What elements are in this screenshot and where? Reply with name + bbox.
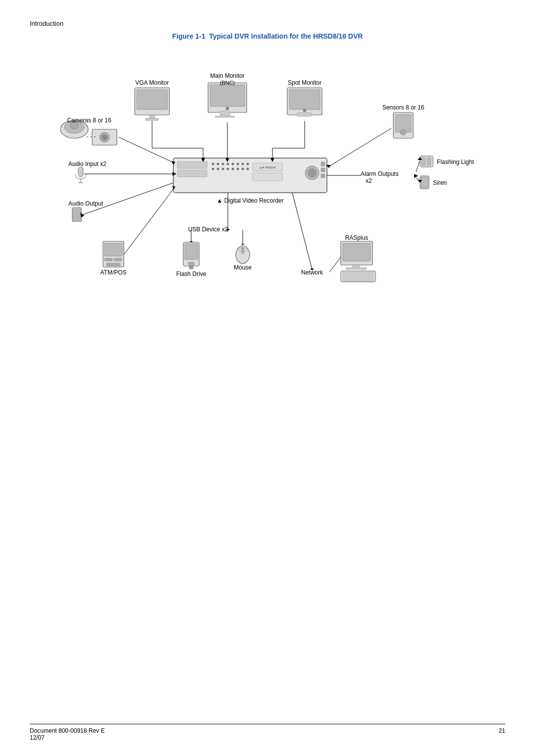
svg-text:Alarm Outputs: Alarm Outputs: [361, 170, 399, 177]
svg-point-7: [232, 163, 234, 165]
svg-point-4: [217, 163, 219, 165]
svg-rect-26: [321, 174, 325, 178]
svg-point-3: [212, 163, 214, 165]
svg-line-115: [119, 137, 174, 163]
footer-page-number: 21: [499, 727, 505, 741]
svg-line-135: [292, 193, 312, 270]
figure-title: Figure 1-1 Typical DVR Installation for …: [45, 32, 490, 40]
svg-rect-34: [210, 85, 245, 107]
svg-text:▲ Digital Video Recorder: ▲ Digital Video Recorder: [216, 197, 283, 204]
svg-rect-72: [427, 158, 431, 165]
svg-point-5: [222, 163, 224, 165]
page: Introduction Figure 1-1 Typical DVR Inst…: [0, 0, 535, 756]
svg-text:Audio Input x2: Audio Input x2: [68, 161, 107, 167]
svg-text:Main Monitor: Main Monitor: [210, 72, 244, 79]
svg-rect-37: [215, 116, 235, 117]
svg-point-6: [227, 163, 229, 165]
svg-marker-134: [241, 244, 245, 245]
figure-number: Figure 1-1: [172, 32, 206, 40]
svg-rect-80: [105, 258, 112, 261]
svg-rect-58: [73, 209, 80, 220]
svg-point-42: [303, 109, 306, 112]
svg-rect-71: [422, 158, 426, 165]
svg-rect-93: [241, 247, 244, 251]
svg-line-137: [329, 257, 341, 272]
svg-text:ATM/POS: ATM/POS: [100, 269, 126, 276]
svg-rect-53: [78, 167, 83, 177]
svg-rect-101: [343, 276, 374, 278]
svg-text:VGA Monitor: VGA Monitor: [135, 79, 169, 86]
svg-rect-81: [114, 258, 122, 261]
svg-rect-86: [188, 262, 194, 266]
svg-point-66: [400, 129, 406, 135]
svg-point-9: [242, 163, 244, 165]
svg-point-11: [212, 168, 214, 170]
svg-rect-96: [343, 243, 371, 261]
svg-point-15: [232, 168, 234, 170]
figure-container: Figure 1-1 Typical DVR Installation for …: [45, 32, 490, 287]
svg-rect-21: [253, 173, 282, 181]
svg-point-12: [217, 168, 219, 170]
svg-line-124: [416, 161, 420, 172]
svg-point-10: [247, 163, 249, 165]
svg-rect-85: [185, 244, 198, 260]
footer-date: 12/07: [30, 734, 105, 741]
svg-rect-82: [107, 263, 120, 266]
figure-description: Typical DVR Installation for the HRSD8/1…: [209, 32, 363, 40]
svg-marker-128: [414, 174, 418, 178]
svg-text:USB Device x2: USB Device x2: [188, 226, 228, 233]
svg-rect-24: [321, 162, 325, 166]
diagram-svg: ▲▼ HRSDVR ▲ Digital Video Recorder VGA M…: [45, 49, 490, 287]
svg-text:Sensors 8 or 16: Sensors 8 or 16: [382, 104, 425, 111]
svg-rect-31: [146, 118, 159, 120]
svg-text:Siren: Siren: [433, 179, 447, 186]
svg-text:. . .: . . .: [86, 131, 96, 139]
svg-rect-79: [105, 243, 122, 256]
footer-doc: Document 800-00918 Rev E: [30, 727, 105, 734]
svg-rect-25: [321, 168, 325, 172]
svg-rect-41: [289, 90, 320, 109]
svg-rect-98: [346, 268, 367, 270]
svg-rect-102: [343, 279, 374, 281]
svg-point-50: [102, 135, 107, 140]
diagram: ▲▼ HRSDVR ▲ Digital Video Recorder VGA M…: [45, 49, 490, 287]
svg-rect-43: [297, 112, 311, 116]
svg-point-14: [227, 168, 229, 170]
svg-text:x2: x2: [366, 177, 372, 184]
footer-left: Document 800-00918 Rev E 12/07: [30, 727, 105, 741]
svg-text:▲▼ HRSDVR: ▲▼ HRSDVR: [260, 166, 276, 169]
svg-line-119: [83, 183, 173, 215]
svg-point-35: [226, 107, 229, 110]
svg-line-121: [328, 128, 391, 167]
svg-point-18: [247, 168, 249, 170]
svg-text:Cameras 8 or 16: Cameras 8 or 16: [67, 117, 111, 124]
svg-text:Flash Drive: Flash Drive: [176, 270, 207, 277]
svg-rect-2: [177, 170, 207, 177]
svg-point-16: [237, 168, 239, 170]
svg-text:Audio Output: Audio Output: [68, 200, 104, 207]
svg-text:RASplus: RASplus: [345, 234, 369, 241]
svg-text:Mouse: Mouse: [234, 264, 252, 271]
svg-rect-75: [421, 177, 428, 188]
svg-text:(BNC): (BNC): [220, 80, 235, 86]
page-footer: Document 800-00918 Rev E 12/07 21: [30, 724, 505, 741]
svg-text:Spot Monitor: Spot Monitor: [288, 79, 321, 86]
svg-point-17: [242, 168, 244, 170]
svg-rect-29: [137, 90, 167, 109]
svg-point-23: [308, 168, 317, 177]
svg-rect-1: [177, 162, 207, 168]
svg-rect-36: [220, 111, 230, 116]
svg-rect-100: [343, 272, 374, 275]
svg-point-13: [222, 168, 224, 170]
svg-point-8: [237, 163, 239, 165]
svg-text:Flashing Light: Flashing Light: [437, 159, 474, 165]
svg-rect-87: [189, 266, 193, 269]
section-label: Introduction: [30, 20, 505, 27]
